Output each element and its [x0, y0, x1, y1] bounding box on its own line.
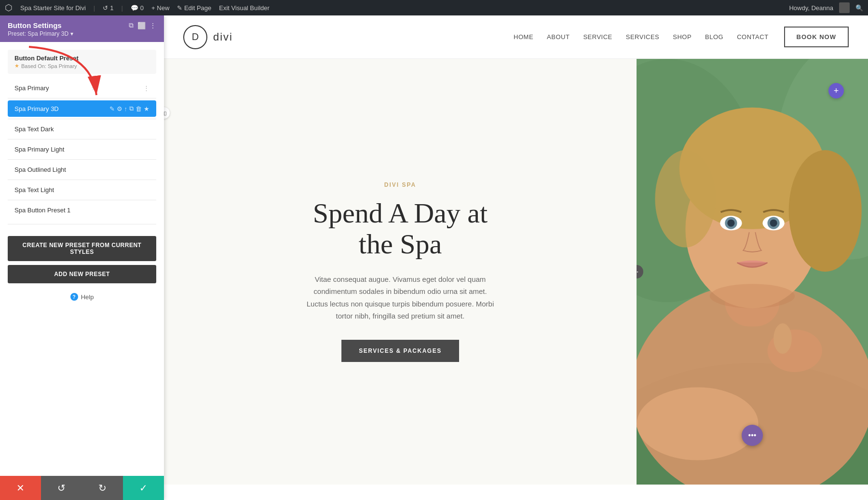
panel-header: Button Settings Preset: Spa Primary 3D ▾… [0, 15, 164, 42]
edit-handle-icon: ◧ [164, 111, 166, 116]
site-nav: D divi HOME ABOUT SERVICE SERVICES SHOP … [164, 15, 868, 59]
nav-shop[interactable]: SHOP [673, 33, 692, 41]
redo-button[interactable]: ↻ [82, 476, 123, 500]
preset-divider-3 [8, 139, 156, 139]
preset-item-spa-outlined-light[interactable]: Spa Outlined Light [8, 162, 156, 178]
svg-point-17 [710, 284, 795, 308]
panel-more-icon[interactable]: ⋮ [149, 22, 156, 29]
admin-bar-exit-builder[interactable]: Exit Visual Builder [219, 4, 270, 12]
default-preset-section: Button Default Preset ★ Based On: Spa Pr… [8, 50, 156, 74]
svg-point-9 [789, 150, 862, 272]
undo-icon: ↺ [57, 482, 66, 494]
hero-content: DIVI SPA Spend A Day at the Spa Vitae co… [304, 181, 497, 362]
hero-tag: DIVI SPA [304, 181, 497, 188]
create-preset-button[interactable]: CREATE NEW PRESET FROM CURRENT STYLES [8, 236, 156, 261]
close-icon: ✕ [16, 482, 25, 494]
panel-title: Button Settings [8, 21, 73, 29]
admin-bar-site[interactable]: Spa Starter Site for Divi [20, 4, 86, 12]
preset-item-spa-primary-3d[interactable]: Spa Primary 3D ✎ ⚙ ↑ ⧉ 🗑 ★ [8, 100, 156, 117]
book-now-button[interactable]: BOOK NOW [784, 27, 849, 47]
preset-dots-menu[interactable]: ⋮ [143, 84, 149, 92]
preset-list: Spa Primary ☆ ⋮ Spa Primary 3D ✎ ⚙ ↑ ⧉ 🗑… [8, 80, 156, 218]
preset-divider [8, 98, 156, 98]
panel-content: Button Default Preset ★ Based On: Spa Pr… [0, 42, 164, 500]
preset-action-buttons: CREATE NEW PRESET FROM CURRENT STYLES AD… [8, 230, 156, 287]
preset-delete-icon[interactable]: 🗑 [136, 105, 142, 112]
admin-avatar [839, 2, 850, 13]
nav-links: HOME ABOUT SERVICE SERVICES SHOP BLOG CO… [514, 33, 769, 41]
bottom-bar: ✕ ↺ ↻ ✓ [0, 476, 164, 500]
svg-point-20 [637, 387, 759, 460]
preset-divider-4 [8, 159, 156, 160]
resize-icon: ↔ [637, 268, 639, 275]
admin-bar: ⬡ Spa Starter Site for Divi | ↺ 1 | 💬 0 … [0, 0, 868, 15]
panel-preset-label[interactable]: Preset: Spa Primary 3D ▾ [8, 30, 73, 37]
preset-item-spa-text-light[interactable]: Spa Text Light [8, 182, 156, 198]
plus-button[interactable]: + [828, 83, 844, 98]
panel-expand-icon[interactable]: ⬜ [137, 22, 146, 29]
preset-name: Spa Primary Light [14, 146, 149, 153]
logo-circle-icon: D [183, 25, 207, 49]
preset-name: Spa Outlined Light [14, 166, 149, 173]
panel-duplicate-icon[interactable]: ⧉ [129, 21, 134, 29]
preset-divider-2 [8, 119, 156, 119]
admin-bar-comments[interactable]: 💬 0 [131, 4, 144, 12]
preset-name-spa-primary: Spa Primary [14, 84, 49, 92]
preset-settings-icon[interactable]: ⚙ [117, 105, 122, 112]
preset-star-active-icon[interactable]: ★ [144, 105, 149, 112]
preset-name: Spa Text Dark [14, 125, 149, 133]
undo-button[interactable]: ↺ [41, 476, 82, 500]
nav-about[interactable]: ABOUT [547, 33, 570, 41]
admin-bar-new[interactable]: + New [151, 4, 169, 12]
preset-item-spa-button-preset-1[interactable]: Spa Button Preset 1 [8, 202, 156, 218]
nav-service[interactable]: SERVICE [583, 33, 612, 41]
preset-divider-bottom [8, 224, 156, 224]
panel-header-right: ⧉ ⬜ ⋮ [129, 21, 156, 29]
confirm-button[interactable]: ✓ [123, 476, 164, 500]
preset-item-spa-text-dark[interactable]: Spa Text Dark [8, 121, 156, 137]
site-logo: D divi [183, 25, 233, 49]
admin-search-icon[interactable]: 🔍 [855, 4, 863, 12]
preset-duplicate-icon[interactable]: ⧉ [129, 105, 134, 112]
preset-item-spa-primary-light[interactable]: Spa Primary Light [8, 141, 156, 157]
help-section[interactable]: ? Help [8, 287, 156, 306]
svg-point-16 [770, 220, 777, 227]
nav-contact[interactable]: CONTACT [737, 33, 768, 41]
nav-home[interactable]: HOME [514, 33, 533, 41]
svg-point-19 [773, 323, 792, 354]
preset-divider-6 [8, 200, 156, 200]
preset-item-spa-primary[interactable]: Spa Primary ☆ ⋮ [8, 80, 156, 96]
hero-left: ◧ DIVI SPA Spend A Day at the Spa Vitae … [164, 59, 637, 485]
hero-title: Spend A Day at the Spa [304, 198, 497, 260]
preset-edit-icon[interactable]: ✎ [109, 105, 115, 112]
preset-export-icon[interactable]: ↑ [124, 105, 128, 112]
hero-desc: Vitae consequat augue. Vivamus eget dolo… [304, 273, 497, 322]
svg-point-10 [655, 150, 716, 248]
close-button[interactable]: ✕ [0, 476, 41, 500]
admin-howdy: Howdy, Deanna [789, 4, 833, 12]
logo-text: divi [213, 31, 233, 43]
hero-portrait [637, 59, 868, 485]
preset-name-active: Spa Primary 3D [14, 105, 109, 112]
hero-cta-button[interactable]: SERVICES & PACKAGES [341, 340, 459, 362]
wp-logo-icon[interactable]: ⬡ [5, 2, 13, 13]
preset-star-icon[interactable]: ☆ [91, 84, 97, 92]
section-dots-button[interactable]: ••• [742, 425, 763, 446]
dots-icon: ••• [748, 431, 757, 440]
admin-bar-edit[interactable]: ✎ Edit Page [177, 4, 211, 12]
nav-blog[interactable]: BLOG [705, 33, 723, 41]
admin-bar-right: Howdy, Deanna 🔍 [789, 2, 863, 13]
plus-icon: + [834, 86, 839, 96]
check-icon: ✓ [139, 482, 148, 494]
hero-section: ◧ DIVI SPA Spend A Day at the Spa Vitae … [164, 59, 868, 485]
default-preset-star-icon: ★ [14, 63, 19, 69]
svg-point-13 [727, 220, 734, 227]
revisions-icon: ↺ [103, 4, 108, 12]
default-preset-sub: ★ Based On: Spa Primary [14, 63, 149, 69]
button-settings-panel: Button Settings Preset: Spa Primary 3D ▾… [0, 15, 164, 500]
nav-services[interactable]: SERVICES [626, 33, 660, 41]
edit-handle[interactable]: ◧ [164, 107, 170, 119]
admin-bar-revisions[interactable]: ↺ 1 [103, 4, 113, 12]
add-preset-button[interactable]: ADD NEW PRESET [8, 265, 156, 283]
main-layout: Button Settings Preset: Spa Primary 3D ▾… [0, 15, 868, 500]
